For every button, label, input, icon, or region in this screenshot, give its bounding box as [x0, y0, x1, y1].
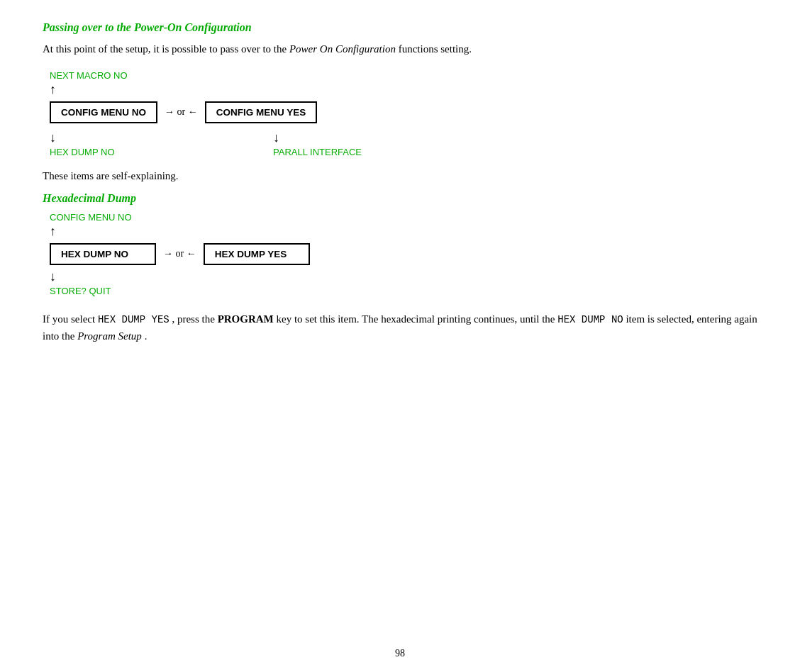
section2-box-right: HEX DUMP YES: [204, 243, 310, 265]
bottom-italic1: Program Setup: [77, 330, 142, 342]
section2-diagram: CONFIG MENU NO ↑ HEX DUMP NO → or ← HEX …: [43, 212, 757, 296]
section2-box-row: HEX DUMP NO → or ← HEX DUMP YES: [50, 243, 757, 265]
bottom-paragraph: If you select HEX DUMP YES , press the P…: [43, 310, 757, 345]
self-explaining: These items are self-explaining.: [43, 170, 757, 182]
section2-arrow-down: ↓: [50, 269, 757, 284]
section1-arrow-down-right: ↓: [273, 130, 362, 145]
intro-paragraph: At this point of the setup, it is possib…: [43, 41, 757, 57]
section2-arrow-up: ↑: [50, 224, 757, 239]
bottom-code2: HEX DUMP NO: [557, 314, 623, 325]
bottom-text3: key to set this item. The hexadecimal pr…: [277, 313, 555, 325]
section1-or-connector: → or ←: [165, 106, 198, 118]
section2-green-bottom: STORE? QUIT: [50, 286, 757, 296]
bottom-code1: HEX DUMP YES: [98, 314, 170, 325]
section1-diagram: NEXT MACRO NO ↑ CONFIG MENU NO → or ← CO…: [43, 70, 757, 157]
section1-arrow-down-left: ↓: [50, 130, 191, 145]
page-number: 98: [395, 648, 405, 659]
intro-italic: Power On Configuration: [289, 43, 396, 55]
section2-green-top: CONFIG MENU NO: [50, 212, 757, 223]
section2-title: Hexadecimal Dump: [43, 192, 757, 205]
section1-arrow-up: ↑: [50, 82, 757, 97]
bottom-bold1: PROGRAM: [218, 313, 274, 325]
section1-right-col: ↓ PARALL INTERFACE: [273, 128, 362, 157]
bottom-text1: If you select: [43, 313, 95, 325]
intro-text: At this point of the setup, it is possib…: [43, 43, 287, 55]
section1-box-left: CONFIG MENU NO: [50, 101, 157, 123]
section1-down-area: ↓ HEX DUMP NO ↓ PARALL INTERFACE: [50, 128, 757, 157]
section2-or-connector: → or ←: [163, 248, 196, 259]
intro-end-text: functions setting.: [399, 43, 472, 55]
section1-green-top: NEXT MACRO NO: [50, 70, 757, 81]
bottom-text5: .: [145, 330, 148, 342]
page-title: Passing over to the Power-On Configurati…: [43, 21, 757, 34]
section1-box-right: CONFIG MENU YES: [205, 101, 318, 123]
section1-left-col: ↓ HEX DUMP NO: [50, 128, 191, 157]
section1-green-bottom-left: HEX DUMP NO: [50, 147, 191, 157]
section1-green-bottom-right: PARALL INTERFACE: [273, 147, 362, 157]
bottom-text2: , press the: [172, 313, 214, 325]
section1-box-row: CONFIG MENU NO → or ← CONFIG MENU YES: [50, 101, 757, 123]
section2-box-left: HEX DUMP NO: [50, 243, 156, 265]
